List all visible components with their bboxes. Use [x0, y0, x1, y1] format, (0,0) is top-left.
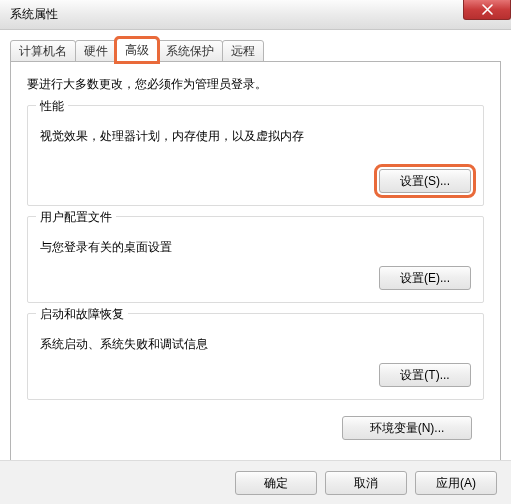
group-performance-desc: 视觉效果，处理器计划，内存使用，以及虚拟内存 [40, 128, 471, 145]
group-performance: 性能 视觉效果，处理器计划，内存使用，以及虚拟内存 设置(S)... [27, 105, 484, 206]
tab-computer-name[interactable]: 计算机名 [10, 40, 76, 62]
tab-content-advanced: 要进行大多数更改，您必须作为管理员登录。 性能 视觉效果，处理器计划，内存使用，… [10, 61, 501, 471]
tab-system-protection[interactable]: 系统保护 [157, 40, 223, 62]
cancel-button[interactable]: 取消 [325, 471, 407, 495]
window-title: 系统属性 [0, 6, 58, 23]
group-startup-recovery-buttons: 设置(T)... [40, 363, 471, 387]
group-user-profiles-title: 用户配置文件 [36, 209, 116, 226]
dialog-button-bar: 确定 取消 应用(A) [0, 460, 511, 504]
admin-notice: 要进行大多数更改，您必须作为管理员登录。 [27, 76, 484, 93]
close-button[interactable] [463, 0, 511, 20]
user-profiles-settings-button[interactable]: 设置(E)... [379, 266, 471, 290]
performance-settings-button[interactable]: 设置(S)... [379, 169, 471, 193]
environment-variables-button[interactable]: 环境变量(N)... [342, 416, 472, 440]
group-user-profiles-buttons: 设置(E)... [40, 266, 471, 290]
tab-remote[interactable]: 远程 [222, 40, 264, 62]
client-area: 计算机名 硬件 高级 系统保护 远程 要进行大多数更改，您必须作为管理员登录。 … [0, 30, 511, 481]
group-performance-title: 性能 [36, 98, 68, 115]
group-user-profiles-desc: 与您登录有关的桌面设置 [40, 239, 471, 256]
tab-advanced[interactable]: 高级 [116, 38, 158, 62]
titlebar: 系统属性 [0, 0, 511, 30]
group-startup-recovery: 启动和故障恢复 系统启动、系统失败和调试信息 设置(T)... [27, 313, 484, 400]
environment-variables-row: 环境变量(N)... [27, 416, 484, 440]
apply-button[interactable]: 应用(A) [415, 471, 497, 495]
tab-strip: 计算机名 硬件 高级 系统保护 远程 [10, 38, 501, 62]
close-icon [482, 4, 493, 15]
startup-recovery-settings-button[interactable]: 设置(T)... [379, 363, 471, 387]
tab-hardware[interactable]: 硬件 [75, 40, 117, 62]
system-properties-window: 系统属性 计算机名 硬件 高级 系统保护 远程 要进行大多数更改，您必须作为管理… [0, 0, 511, 504]
ok-button[interactable]: 确定 [235, 471, 317, 495]
group-startup-recovery-desc: 系统启动、系统失败和调试信息 [40, 336, 471, 353]
group-startup-recovery-title: 启动和故障恢复 [36, 306, 128, 323]
group-user-profiles: 用户配置文件 与您登录有关的桌面设置 设置(E)... [27, 216, 484, 303]
group-performance-buttons: 设置(S)... [40, 169, 471, 193]
